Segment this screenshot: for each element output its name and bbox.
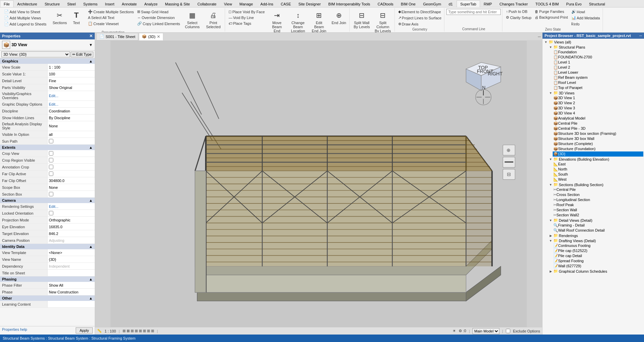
extents-section-header[interactable]: Extents ▲	[0, 145, 95, 150]
tab-analyze[interactable]: Analyze	[141, 0, 161, 7]
command-line-input[interactable]	[446, 9, 501, 15]
pb-analytical-model[interactable]: 📦Analytical Model	[553, 116, 643, 121]
tab-rmp[interactable]: RMP	[480, 0, 496, 7]
edit-beam-end-join-btn[interactable]: ⊞ Edit Beam End Join	[309, 9, 329, 32]
3d-tab-close[interactable]: ✕	[157, 34, 160, 39]
view-selector[interactable]: 3D View: {3D}	[1, 51, 70, 57]
pb-north[interactable]: 📐North	[553, 167, 643, 172]
pb-cross-section[interactable]: ✂Cross Section	[553, 192, 643, 197]
other-section-header[interactable]: Other ▲	[0, 295, 95, 301]
apply-button[interactable]: Apply	[76, 327, 93, 334]
pb-central-pile[interactable]: 📦Central Pile	[553, 121, 643, 126]
copy-linked-btn[interactable]: 🔗Copy Linked Elements	[136, 21, 181, 26]
pb-3d-view-2[interactable]: 📦3D View 2	[553, 101, 643, 106]
pb-spread-footing[interactable]: 📝Spread Footing	[553, 258, 643, 264]
print-selected-btn[interactable]: 🖨 Print Selected	[203, 9, 223, 30]
tab-structure[interactable]: Structure	[41, 0, 63, 7]
move-beam-end-btn[interactable]: ⇥ Move Beam End	[267, 9, 287, 32]
text-btn[interactable]: T Text	[69, 9, 84, 26]
properties-close-btn[interactable]: ✕	[89, 34, 93, 38]
tab-systems[interactable]: Systems	[79, 0, 101, 7]
element-to-directshape-btn[interactable]: ◆Element to DirectShape	[397, 9, 443, 15]
pb-pile-cap-detail[interactable]: 📝Pile cap Detail	[553, 253, 643, 258]
tab-structural[interactable]: Structural	[585, 0, 609, 7]
place-tags-btn[interactable]: 🏷Place Tags	[227, 21, 266, 26]
pb-3d-views[interactable]: ▼ 📁 3D Views	[548, 90, 643, 95]
tab-pura-evo[interactable]: Pura Evo	[563, 0, 585, 7]
select-columns-btn[interactable]: ▦ Select Columns	[182, 9, 202, 30]
camera-section-header[interactable]: Camera ▲	[0, 198, 95, 203]
view-scale-input[interactable]	[49, 65, 93, 69]
annotation-crop-checkbox[interactable]	[49, 165, 53, 169]
pb-top-of-parapet[interactable]: 📋Top of Parapet	[553, 85, 643, 90]
tab-geomgym[interactable]: GeomGym	[419, 0, 445, 7]
tab-manage[interactable]: Manage	[236, 0, 257, 7]
tab-bim-interop[interactable]: BIM Interoperability Tools	[325, 0, 374, 7]
exclude-options-checkbox[interactable]	[506, 329, 510, 333]
create-viewset-btn[interactable]: 📋Create Viewset	[87, 21, 135, 26]
model-selector[interactable]: Main Model	[473, 328, 499, 334]
tab-case[interactable]: CASE	[277, 0, 295, 7]
change-beam-location-btn[interactable]: ↕ Change Beam Location	[288, 9, 308, 32]
add-view-to-sheet-btn[interactable]: 📄Add View to Sheet	[3, 9, 48, 15]
pb-minimize-icon[interactable]: ─	[639, 34, 642, 38]
graphics-section-header[interactable]: Graphics ▲	[0, 58, 95, 64]
pb-central-pile-3d[interactable]: 📦Central Pile - 3D	[553, 126, 643, 131]
pb-continuous-footing[interactable]: 📝Continuous Footing	[553, 243, 643, 248]
pb-south[interactable]: 📐South	[553, 172, 643, 177]
pb-pile-cap-512522[interactable]: 📝Pile cap (512522)	[553, 248, 643, 253]
select-all-text-btn[interactable]: ASelect All Text	[87, 15, 135, 20]
tab-addins[interactable]: Add-Ins	[257, 0, 277, 7]
pb-structure-complete[interactable]: 📦Structure (Complete)	[553, 141, 643, 146]
pb-detail-views[interactable]: ▼ 📁 Detail Views (Detail)	[548, 218, 643, 223]
pb-east[interactable]: 📐East	[553, 162, 643, 167]
swap-grid-head-btn[interactable]: ⊞Swap Grid Head	[136, 9, 181, 15]
pb-renderings[interactable]: ▶ 📁 Renderings	[548, 233, 643, 238]
pb-structure-3d-framing[interactable]: 📦Structure 3D box section (Framing)	[553, 131, 643, 136]
sections-btn[interactable]: ✂ Sections	[51, 9, 69, 26]
far-clip-checkbox[interactable]	[49, 172, 53, 176]
void-by-line-btn[interactable]: —Void By Line	[227, 15, 266, 20]
pb-wall-roof-connection[interactable]: 🔍Wall Roof Connection Detail	[553, 228, 643, 233]
pb-level-1[interactable]: 📋Level 1	[553, 60, 643, 65]
override-dimension-btn[interactable]: ↔Override Dimension	[136, 15, 181, 20]
minimize-view-btn[interactable]: ─	[538, 34, 541, 39]
pb-roof-peak[interactable]: ✂Roof Peak	[553, 202, 643, 208]
tab-insert[interactable]: Insert	[101, 0, 118, 7]
push-to-db-btn[interactable]: ↑Push to DB	[504, 9, 533, 14]
crop-region-checkbox[interactable]	[49, 158, 53, 162]
tab-annotate[interactable]: Annotate	[118, 0, 141, 7]
tab-3d-view[interactable]: 📦 (3D) ✕	[139, 33, 163, 40]
view-canvas[interactable]: FRONT RIGHT TOP N ⊕	[95, 41, 542, 327]
pb-sections[interactable]: ▼ 📁 Sections (Building Section)	[548, 182, 643, 187]
edit-type-button[interactable]: ✏ Edit Type	[71, 52, 93, 57]
pb-central-pile-sec[interactable]: ✂Central Pile	[553, 187, 643, 192]
tab-supertab[interactable]: SuperTab	[457, 0, 480, 7]
pb-foundation-2700[interactable]: 📋FOUNDATION-2700	[553, 55, 643, 60]
tab-collaborate[interactable]: Collaborate	[194, 0, 220, 7]
tab-tools4bim[interactable]: TOOLS 4 BIM	[532, 0, 563, 7]
tab-view[interactable]: View	[220, 0, 236, 7]
tab-bim-one[interactable]: BIM One	[397, 0, 419, 7]
identity-section-header[interactable]: Identity Data ▲	[0, 244, 95, 249]
pb-wall-627729[interactable]: 📝Wall (627729)	[553, 264, 643, 269]
clarity-setup-btn[interactable]: ⚙Clarity Setup	[504, 15, 533, 20]
phasing-section-header[interactable]: Phasing ▲	[0, 276, 95, 282]
tab-site-designer[interactable]: Site Designer	[295, 0, 325, 7]
crop-view-checkbox[interactable]	[49, 151, 53, 156]
pb-west[interactable]: 📐West	[553, 177, 643, 182]
add-metadata-btn[interactable]: 📊Add Metadata	[570, 15, 602, 21]
pb-graphical-column[interactable]: ▶ 📁 Graphical Column Schedules	[548, 269, 643, 274]
pb-longitudinal-section[interactable]: ✂Longitudinal Section	[553, 197, 643, 202]
section-box-checkbox[interactable]	[49, 192, 53, 196]
create-multiple-sections-btn[interactable]: ➕Create Multiple Sections	[87, 9, 135, 15]
pb-section-wall2[interactable]: ✂Section Wall2	[553, 213, 643, 218]
tab-changes-tracker[interactable]: Changes Tracker	[496, 0, 532, 7]
background-print-btn[interactable]: 🖨Background Print	[533, 15, 569, 20]
pb-structure-foundation[interactable]: 📦Structure (Foundation)	[553, 146, 643, 151]
add-legend-btn[interactable]: 📄Add Legend to Sheets	[3, 21, 48, 27]
pb-ref-beam[interactable]: 📋Ref Beam system	[553, 75, 643, 80]
pb-section-wall[interactable]: ✂Section Wall	[553, 208, 643, 213]
purge-families-btn[interactable]: 🗑Purge Families	[533, 9, 569, 14]
tab-architecture[interactable]: Architecture	[14, 0, 41, 7]
